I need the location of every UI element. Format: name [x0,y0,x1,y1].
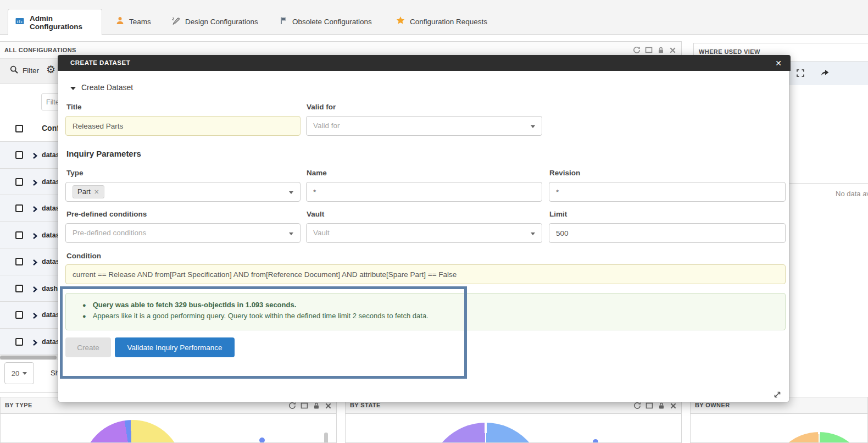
modal-close-icon[interactable]: ✕ [772,57,785,69]
chevron-right-icon[interactable] [32,232,38,242]
create-button[interactable]: Create [65,337,111,357]
chip-label: Part [77,187,91,197]
table-header-label: Conf [42,124,59,132]
predefined-conditions-select[interactable]: Pre-defined conditions [65,223,301,243]
close-icon[interactable] [669,47,676,54]
chevron-right-icon[interactable] [32,152,38,162]
name-label: Name [307,169,327,177]
expand-icon[interactable] [796,69,805,80]
close-icon[interactable] [670,402,677,409]
row-checkbox[interactable] [15,204,23,212]
tab-configuration-requests[interactable]: Configuration Requests [396,9,487,34]
revision-input[interactable] [549,182,786,202]
vault-select[interactable]: Vault [306,223,542,243]
modal-title: CREATE DATASET [70,59,130,66]
window-icon[interactable] [301,402,308,409]
title-input[interactable] [65,116,301,136]
validation-line-1: Query was able to fetch 329 bus-objectId… [93,300,297,311]
by-type-panel: BY TYPE [0,397,337,443]
query-validation-result: ●Query was able to fetch 329 bus-objectI… [65,293,786,330]
scrollbar-thumb[interactable] [0,356,57,359]
admin-configurations-icon [15,18,25,27]
close-icon[interactable] [325,402,332,409]
chevron-right-icon[interactable] [32,312,38,322]
title-label: Title [66,103,82,111]
type-chip[interactable]: Part × [73,185,104,198]
row-checkbox[interactable] [15,285,23,292]
caret-down-icon [531,232,535,235]
tab-design-configurations[interactable]: Design Configurations [171,9,258,34]
limit-input[interactable] [549,223,786,243]
filter-button[interactable]: Filter [10,65,39,76]
vault-label: Vault [307,210,324,218]
refresh-icon[interactable] [633,402,641,409]
caret-down-icon [289,191,293,194]
tab-teams[interactable]: Teams [116,9,151,34]
row-checkbox[interactable] [15,258,23,265]
by-state-panel: BY STATE [345,397,682,443]
lock-icon[interactable] [313,402,320,409]
row-checkbox[interactable] [15,311,23,319]
caret-down-icon [289,232,293,235]
type-label: Type [66,169,84,177]
legend-dot[interactable] [593,439,598,443]
by-owner-pie-chart[interactable] [770,432,868,443]
star-icon [396,16,405,27]
condition-input[interactable] [65,264,786,284]
page-size-select[interactable]: 20 [4,362,34,384]
section-title[interactable]: Create Dataset [81,83,133,92]
lock-icon[interactable] [657,46,665,54]
inquiry-parameters-heading: Inquiry Parameters [66,149,141,158]
validate-inquiry-performance-button[interactable]: Validate Inquiry Performance [115,337,235,357]
legend-dot[interactable] [259,438,265,443]
tab-label: Teams [129,18,151,26]
valid-for-select[interactable]: Valid for [306,116,542,136]
person-icon [116,16,124,27]
limit-label: Limit [549,210,567,218]
page: Admin Configurations Teams Design Config… [0,0,868,443]
row-label: datas [42,231,60,239]
name-input[interactable] [306,182,542,202]
gear-icon[interactable]: ⚙ [46,63,55,75]
window-icon[interactable] [645,46,653,54]
window-icon[interactable] [646,402,653,409]
create-dataset-modal: CREATE DATASET ✕ Create Dataset Title Va… [58,55,789,402]
validation-line-2: Appears like it is a good performing que… [93,311,429,322]
flag-icon [280,16,287,27]
chevron-right-icon[interactable] [32,258,38,268]
by-state-pie-chart[interactable] [428,423,543,443]
row-checkbox[interactable] [15,338,23,346]
predefined-conditions-label: Pre-defined conditions [66,210,147,218]
chip-remove-icon[interactable]: × [94,187,99,197]
lock-icon[interactable] [658,402,665,409]
type-multiselect[interactable]: Part × [65,182,301,202]
bullet-icon: ● [82,311,86,322]
by-type-pie-chart[interactable] [82,420,183,443]
tab-obsolete-configurations[interactable]: Obsolete Configurations [280,9,372,34]
caret-down-icon [531,125,535,128]
row-checkbox[interactable] [15,231,23,239]
refresh-icon[interactable] [633,46,641,54]
row-checkbox[interactable] [15,151,23,159]
panel-title: BY TYPE [5,402,32,408]
refresh-icon[interactable] [288,402,296,409]
share-icon[interactable] [820,68,830,79]
tab-admin-configurations[interactable]: Admin Configurations [8,9,102,35]
no-data-text: No data available [836,190,868,198]
by-owner-panel: BY OWNER [690,397,868,443]
chevron-right-icon[interactable] [32,285,38,295]
legend-scrollbar-thumb[interactable] [324,433,328,443]
row-label: datas [42,338,60,346]
chevron-right-icon[interactable] [32,205,38,215]
chevron-right-icon[interactable] [32,339,38,348]
row-checkbox[interactable] [15,178,23,186]
tab-label: Obsolete Configurations [292,18,372,26]
section-collapse-icon[interactable] [70,87,76,90]
resize-handle-icon[interactable] [772,390,782,402]
select-all-checkbox[interactable] [15,125,23,132]
valid-for-label: Valid for [307,103,336,111]
row-label: datas [42,258,60,265]
revision-label: Revision [549,169,580,177]
filter-button-label: Filter [23,67,39,75]
chevron-right-icon[interactable] [32,179,38,189]
